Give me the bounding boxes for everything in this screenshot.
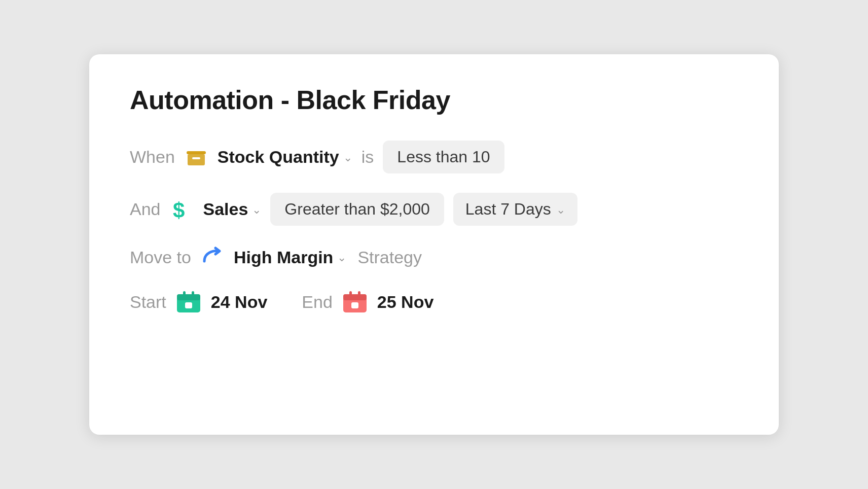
sales-period-label: Last 7 Days <box>465 200 551 219</box>
svg-rect-7 <box>192 291 194 297</box>
move-arrow-icon <box>200 245 225 269</box>
move-to-label: Move to <box>130 248 191 267</box>
high-margin-label: High Margin <box>234 248 333 267</box>
sales-label: Sales <box>203 199 248 219</box>
svg-rect-12 <box>358 291 360 297</box>
sales-dropdown[interactable]: Sales ⌄ <box>203 199 262 219</box>
stock-quantity-dropdown[interactable]: Stock Quantity ⌄ <box>218 147 352 167</box>
high-margin-dropdown[interactable]: High Margin ⌄ <box>234 248 346 267</box>
end-calendar-icon <box>342 289 368 315</box>
svg-rect-2 <box>192 157 200 159</box>
is-connector: is <box>361 147 374 167</box>
high-margin-chevron-icon: ⌄ <box>337 251 346 264</box>
svg-rect-5 <box>177 294 200 300</box>
start-label: Start <box>130 292 166 312</box>
condition-row-2: And $ Sales ⌄ Greater than $2,000 Last 7… <box>130 193 738 226</box>
svg-rect-11 <box>349 291 352 297</box>
condition-row-1: When Stock Quantity ⌄ is Less than 10 <box>130 141 738 173</box>
sales-period-dropdown[interactable]: Last 7 Days ⌄ <box>453 193 577 226</box>
stock-quantity-label: Stock Quantity <box>218 147 339 167</box>
and-label: And <box>130 199 161 219</box>
sales-dollar-icon: $ <box>170 197 194 222</box>
svg-text:$: $ <box>173 198 185 221</box>
svg-rect-1 <box>188 154 205 165</box>
end-date: 25 Nov <box>377 292 434 312</box>
date-row: Start 24 Nov End 2 <box>130 289 738 315</box>
svg-rect-0 <box>187 151 206 154</box>
svg-rect-6 <box>183 291 186 297</box>
stock-quantity-chevron-icon: ⌄ <box>343 151 352 164</box>
sales-value[interactable]: Greater than $2,000 <box>270 193 444 226</box>
strategy-label: Strategy <box>357 248 422 267</box>
svg-rect-10 <box>343 294 367 300</box>
end-date-group: End 25 Nov <box>302 289 433 315</box>
page-title: Automation - Black Friday <box>130 85 738 115</box>
when-label: When <box>130 147 175 167</box>
start-calendar-icon <box>175 289 202 315</box>
svg-rect-13 <box>351 302 358 308</box>
sales-period-chevron-icon: ⌄ <box>556 203 565 217</box>
action-row: Move to High Margin ⌄ Strategy <box>130 245 738 269</box>
stock-quantity-value[interactable]: Less than 10 <box>383 141 504 173</box>
sales-chevron-icon: ⌄ <box>252 203 261 217</box>
end-label: End <box>302 292 333 312</box>
automation-card: Automation - Black Friday When Stock Qua… <box>89 54 779 435</box>
stock-icon <box>184 145 208 169</box>
start-date: 24 Nov <box>211 292 268 312</box>
svg-rect-8 <box>185 302 192 308</box>
